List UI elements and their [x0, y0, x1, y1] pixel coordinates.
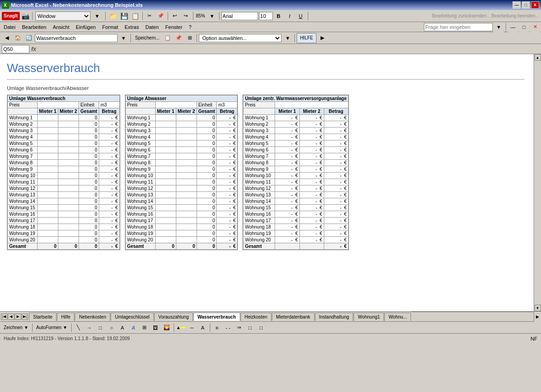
- extra-icon[interactable]: ⊞: [185, 33, 195, 43]
- table-wasserverbrauch: Umlage Wasserverbrauch Preis Einheit m3 …: [7, 95, 120, 250]
- menu-einfuegen[interactable]: Einfügen: [73, 23, 98, 31]
- snagit-dropdown-icon[interactable]: ▼: [92, 11, 102, 21]
- menu-fenster[interactable]: Fenster: [163, 23, 185, 31]
- menu-bearbeiten[interactable]: Bearbeiten: [19, 23, 49, 31]
- tb-redo-icon[interactable]: ↪: [181, 11, 191, 21]
- line-color-icon[interactable]: ─: [187, 323, 197, 333]
- dash-style-icon[interactable]: - -: [223, 323, 233, 333]
- help-restore-icon[interactable]: □: [519, 22, 529, 32]
- shadow-icon[interactable]: □: [245, 323, 255, 333]
- table-row: Wohnung 30- €: [125, 128, 237, 134]
- draw-diagram-icon[interactable]: ⊞: [140, 323, 150, 333]
- table-row: Wohnung 120- €: [8, 185, 120, 192]
- menu-datei[interactable]: Datei: [1, 23, 18, 31]
- table-row: Wohnung 40- €: [125, 134, 237, 140]
- draw-picture-icon[interactable]: 🌄: [162, 323, 172, 333]
- italic-button[interactable]: I: [285, 11, 295, 21]
- draw-arrow-icon[interactable]: →: [85, 323, 95, 333]
- tab-nav-first[interactable]: |◀: [1, 314, 7, 320]
- nav-home-icon[interactable]: 🏠: [13, 33, 23, 43]
- tab-nav-last[interactable]: ▶|: [22, 314, 28, 320]
- tab-vorauszahlung[interactable]: Vorauszahlung: [154, 313, 193, 321]
- table-row: Wohnung 10- €: [125, 115, 237, 121]
- draw-oval-icon[interactable]: ○: [107, 323, 117, 333]
- nav-location-input[interactable]: [35, 34, 118, 42]
- tb-open-icon[interactable]: 📁: [108, 11, 118, 21]
- fill-color-icon[interactable]: ▲: [176, 323, 186, 333]
- tab-scroll-right[interactable]: ▶: [534, 312, 541, 322]
- draw-clipart-icon[interactable]: 🖼: [151, 323, 161, 333]
- nav-go-icon[interactable]: ▼: [118, 33, 129, 43]
- font-name-input[interactable]: [221, 12, 258, 20]
- font-size-input[interactable]: [259, 12, 273, 20]
- table-row: Wohnung 80- €: [8, 160, 120, 166]
- tab-wohnu[interactable]: Wohnu...: [384, 313, 411, 321]
- tab-heizkosten[interactable]: Heizkosten: [241, 313, 271, 321]
- table-row: Wohnung 110- €: [8, 179, 120, 185]
- zoom-dropdown-icon[interactable]: ▼: [207, 11, 217, 21]
- tab-nav-next[interactable]: ▶: [15, 314, 21, 320]
- table-row: Wohnung 70- €: [8, 153, 120, 160]
- tab-wohnung1[interactable]: Wohnung1: [354, 313, 384, 321]
- tb-copy-icon[interactable]: 📋: [130, 11, 141, 21]
- nav-refresh-icon[interactable]: 🔄: [24, 33, 34, 43]
- draw-rect-icon[interactable]: □: [96, 323, 106, 333]
- tab-startseite[interactable]: Startseite: [29, 313, 56, 321]
- menu-help[interactable]: ?: [186, 23, 194, 31]
- font-color-icon[interactable]: A: [198, 323, 208, 333]
- vertical-scrollbar[interactable]: ▲ ▼: [534, 54, 541, 311]
- help-search-btn[interactable]: ▼: [494, 22, 504, 32]
- cell-reference-input[interactable]: Q50: [2, 45, 29, 53]
- snagit-camera-icon[interactable]: 📷: [22, 12, 29, 20]
- help-minimize-icon[interactable]: —: [508, 22, 518, 32]
- hilfe-button[interactable]: HILFE: [297, 33, 316, 43]
- bold-button[interactable]: B: [274, 11, 284, 21]
- menu-daten[interactable]: Daten: [142, 23, 161, 31]
- tab-wasserverbrauch[interactable]: Wasserverbrauch: [193, 313, 240, 321]
- tb-paste-icon[interactable]: 📌: [156, 11, 166, 21]
- draw-wordart-icon[interactable]: A: [129, 323, 139, 333]
- menu-format[interactable]: Format: [99, 23, 121, 31]
- tab-hilfe[interactable]: Hilfe: [57, 313, 74, 321]
- option-go-icon[interactable]: ▼: [282, 33, 293, 43]
- tab-nav-prev[interactable]: ◀: [8, 314, 14, 320]
- tab-instandhaltung[interactable]: Instandhaltung: [315, 313, 354, 321]
- tb-cut-icon[interactable]: ✂: [145, 11, 155, 21]
- autoforms-label[interactable]: AutoFormen ▼: [34, 324, 69, 331]
- draw-textbox-icon[interactable]: A: [118, 323, 128, 333]
- copy-icon[interactable]: 📋: [163, 33, 173, 43]
- tb-save-icon[interactable]: 💾: [119, 11, 130, 21]
- arrow-style-icon[interactable]: ⇒: [234, 323, 244, 333]
- help-search-input[interactable]: [424, 23, 493, 31]
- window-select[interactable]: Window: [35, 11, 90, 21]
- paste-icon[interactable]: 📌: [174, 33, 184, 43]
- tables-container: Umlage Wasserverbrauch Preis Einheit m3 …: [7, 95, 524, 250]
- minimize-button[interactable]: —: [513, 1, 521, 9]
- help-close-icon[interactable]: ✕: [530, 22, 540, 32]
- tab-mieterdatenbank[interactable]: Mieterdatenbank: [272, 313, 315, 321]
- 3d-icon[interactable]: □: [256, 323, 266, 333]
- underline-button[interactable]: U: [296, 11, 306, 21]
- tb-undo-icon[interactable]: ↩: [170, 11, 180, 21]
- menu-extras[interactable]: Extras: [122, 23, 141, 31]
- tab-umlageschluessel[interactable]: Umlageschlüssel: [111, 313, 154, 321]
- table-abwasser: Umlage Abwasser Preis Einheit m3 Mieter …: [125, 95, 238, 250]
- option-select[interactable]: Option auswählen...: [199, 34, 282, 42]
- table-row: Wohnung 17- €- €- €: [243, 218, 348, 224]
- table-row: Wohnung 90- €: [8, 166, 120, 173]
- nav-back-icon[interactable]: ◀: [2, 33, 12, 43]
- menu-ansicht[interactable]: Ansicht: [50, 23, 72, 31]
- hilfe-extra-icon[interactable]: ▶: [317, 33, 327, 43]
- table-row: Wohnung 3- €- €- €: [243, 128, 348, 134]
- speichern-button[interactable]: Speichern...: [133, 33, 162, 43]
- menu-bar: Datei Bearbeiten Ansicht Einfügen Format…: [0, 22, 541, 32]
- draw-line-icon[interactable]: ╲: [73, 323, 84, 333]
- table3-header: Umlage zentr. Warmwasserversorgungsanlag…: [243, 95, 348, 102]
- snagit-toolbar: SnagIt 📷 Window ▼ 📁 💾 📋 ✂ 📌 ↩ ↪ 85% ▼ B …: [0, 10, 541, 22]
- maximize-button[interactable]: □: [522, 1, 530, 9]
- line-style-icon[interactable]: ≡: [212, 323, 222, 333]
- draw-label[interactable]: Zeichnen ▼: [2, 324, 30, 331]
- close-button[interactable]: ✕: [531, 1, 539, 9]
- tab-nebenkosten[interactable]: Nebenkosten: [75, 313, 110, 321]
- table1-einheit-value: m3: [99, 102, 119, 108]
